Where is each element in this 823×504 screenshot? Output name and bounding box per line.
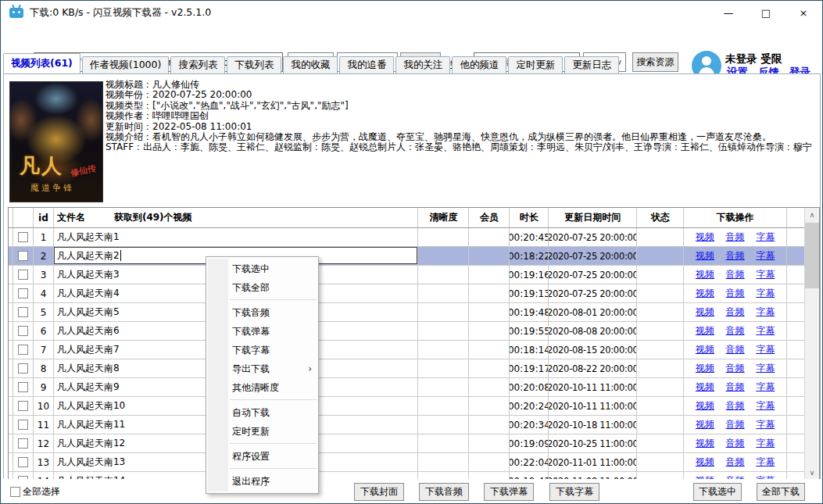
download-audio-button[interactable]: 下载音频 — [419, 483, 469, 501]
download-selected-button[interactable]: 下载选中 — [693, 483, 742, 501]
audio-link[interactable]: 音频 — [726, 268, 745, 281]
audio-link[interactable]: 音频 — [726, 324, 745, 338]
audio-link[interactable]: 音频 — [726, 231, 745, 244]
subtitle-link[interactable]: 字幕 — [756, 324, 775, 338]
menu-item-5[interactable]: 下载弹幕 — [206, 322, 318, 341]
row-checkbox[interactable] — [18, 420, 28, 430]
maximize-button[interactable]: □ — [747, 1, 785, 24]
download-all-button[interactable]: 全部下载 — [757, 483, 805, 501]
table-row[interactable]: 13凡人风起天南1300:22:042020-11-01 11:00:00视频音… — [9, 453, 804, 472]
audio-link[interactable]: 音频 — [726, 249, 745, 263]
row-checkbox[interactable] — [18, 363, 28, 374]
audio-link[interactable]: 音频 — [726, 343, 745, 356]
table-row[interactable]: 3凡人风起天南300:19:162020-07-25 20:00:00视频音频字… — [9, 266, 804, 284]
audio-link[interactable]: 音频 — [726, 287, 745, 300]
table-row[interactable]: 10凡人风起天南1000:20:242020-10-11 11:00:00视频音… — [9, 397, 804, 416]
menu-item-10[interactable]: 自动下载 — [206, 403, 318, 422]
video-link[interactable]: 视频 — [696, 418, 714, 431]
subtitle-link[interactable]: 字幕 — [756, 456, 775, 469]
subtitle-link[interactable]: 字幕 — [756, 343, 775, 356]
subtitle-link[interactable]: 字幕 — [756, 418, 775, 431]
subtitle-link[interactable]: 字幕 — [756, 306, 775, 319]
subtitle-link[interactable]: 字幕 — [756, 268, 775, 281]
row-checkbox[interactable] — [18, 251, 28, 261]
scroll-up-icon[interactable]: ∧ — [805, 208, 819, 221]
menu-item-6[interactable]: 下载字幕 — [206, 341, 318, 359]
table-row[interactable]: 5凡人风起天南500:19:482020-08-01 20:00:00视频音频字… — [9, 303, 804, 322]
tab-2[interactable]: 作者视频(1000) — [82, 56, 170, 73]
close-button[interactable]: × — [785, 1, 822, 24]
audio-link[interactable]: 音频 — [726, 362, 745, 375]
menu-item-11[interactable]: 定时更新 — [206, 422, 318, 441]
tab-8[interactable]: 他的频道 — [452, 56, 506, 73]
table-row[interactable]: 8凡人风起天南800:19:172020-08-22 20:00:00视频音频字… — [9, 359, 804, 378]
table-row[interactable]: 4凡人风起天南400:19:132020-07-25 20:00:00视频音频字… — [9, 284, 804, 303]
tab-9[interactable]: 定时更新 — [508, 56, 563, 73]
scrollbar-thumb[interactable] — [805, 223, 819, 288]
tab-7[interactable]: 我的关注 — [395, 56, 450, 73]
menu-item-2[interactable]: 下载全部 — [206, 278, 318, 297]
minimize-button[interactable]: — — [710, 1, 747, 24]
subtitle-link[interactable]: 字幕 — [756, 399, 775, 413]
menu-item-7[interactable]: 导出下载› — [206, 359, 318, 378]
audio-link[interactable]: 音频 — [726, 381, 745, 394]
table-row[interactable]: 2凡人风起天南200:18:222020-07-25 20:00:00视频音频字… — [9, 247, 804, 266]
menu-item-1[interactable]: 下载选中 — [206, 259, 318, 278]
table-row[interactable]: 6凡人风起天南600:19:552020-08-08 20:00:00视频音频字… — [9, 322, 804, 341]
select-all-checkbox[interactable] — [10, 487, 20, 497]
row-checkbox[interactable] — [18, 326, 28, 336]
video-link[interactable]: 视频 — [696, 399, 714, 413]
row-checkbox[interactable] — [18, 382, 28, 392]
video-link[interactable]: 视频 — [696, 381, 714, 394]
subtitle-link[interactable]: 字幕 — [756, 231, 775, 244]
table-row[interactable]: 9凡人风起天南900:20:082020-10-11 11:00:00视频音频字… — [9, 378, 804, 397]
row-checkbox[interactable] — [18, 232, 28, 242]
scroll-down-icon[interactable]: ∨ — [805, 466, 819, 479]
vertical-scrollbar[interactable]: ∧ ∨ — [804, 208, 819, 479]
audio-link[interactable]: 音频 — [726, 399, 745, 413]
subtitle-link[interactable]: 字幕 — [756, 437, 775, 450]
subtitle-link[interactable]: 字幕 — [756, 362, 775, 375]
tab-6[interactable]: 我的追番 — [339, 56, 394, 73]
video-link[interactable]: 视频 — [696, 437, 714, 450]
table-row[interactable]: 7凡人风起天南700:18:142020-08-15 20:00:00视频音频字… — [9, 341, 804, 359]
row-checkbox[interactable] — [18, 401, 28, 411]
video-link[interactable]: 视频 — [696, 287, 714, 300]
tab-3[interactable]: 搜索列表 — [170, 56, 225, 73]
table-row[interactable]: 1凡人风起天南100:20:452020-07-25 20:00:00视频音频字… — [9, 228, 804, 247]
download-danmaku-button[interactable]: 下载弹幕 — [484, 483, 534, 501]
row-checkbox[interactable] — [18, 345, 28, 355]
video-link[interactable]: 视频 — [696, 324, 714, 338]
video-link[interactable]: 视频 — [696, 249, 714, 263]
tab-1[interactable]: 视频列表(61) — [3, 53, 81, 73]
video-link[interactable]: 视频 — [696, 362, 714, 375]
download-subtitle-button[interactable]: 下载字幕 — [549, 483, 599, 501]
row-checkbox[interactable] — [18, 307, 28, 317]
search-button[interactable]: 搜索资源 — [632, 52, 678, 72]
video-link[interactable]: 视频 — [696, 231, 714, 244]
row-checkbox[interactable] — [18, 288, 28, 298]
subtitle-link[interactable]: 字幕 — [756, 381, 775, 394]
menu-item-8[interactable]: 其他清晰度 — [206, 378, 318, 397]
row-checkbox[interactable] — [18, 438, 28, 449]
tab-5[interactable]: 我的收藏 — [283, 56, 338, 73]
table-row[interactable]: 11凡人风起天南1100:20:342020-10-18 11:00:00视频音… — [9, 416, 804, 434]
video-link[interactable]: 视频 — [696, 306, 714, 319]
video-link[interactable]: 视频 — [696, 268, 714, 281]
table-row[interactable]: 12凡人风起天南1200:19:092020-10-25 11:00:00视频音… — [9, 434, 804, 453]
audio-link[interactable]: 音频 — [726, 437, 745, 450]
audio-link[interactable]: 音频 — [726, 456, 745, 469]
tab-10[interactable]: 更新日志 — [564, 56, 619, 73]
tab-4[interactable]: 下载列表 — [227, 56, 281, 73]
row-checkbox[interactable] — [18, 457, 28, 467]
audio-link[interactable]: 音频 — [726, 418, 745, 431]
download-cover-button[interactable]: 下载封面 — [354, 483, 404, 501]
row-checkbox[interactable] — [18, 270, 28, 280]
subtitle-link[interactable]: 字幕 — [756, 287, 775, 300]
video-link[interactable]: 视频 — [696, 343, 714, 356]
video-link[interactable]: 视频 — [696, 456, 714, 469]
menu-item-15[interactable]: 退出程序 — [206, 472, 318, 491]
menu-item-4[interactable]: 下载音频 — [206, 303, 318, 322]
menu-item-13[interactable]: 程序设置 — [206, 447, 318, 466]
subtitle-link[interactable]: 字幕 — [756, 249, 775, 263]
